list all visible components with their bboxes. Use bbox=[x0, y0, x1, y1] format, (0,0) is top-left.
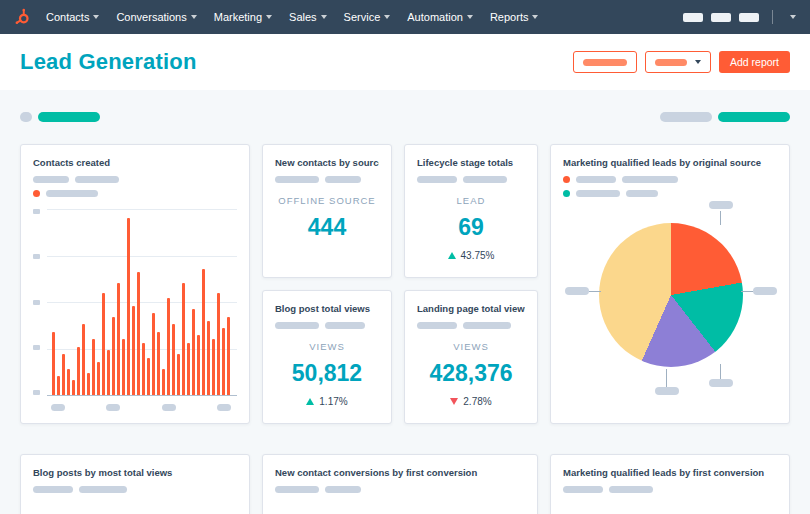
card-contacts-created: Contacts created bbox=[20, 144, 250, 424]
add-report-button[interactable]: Add report bbox=[719, 51, 790, 73]
card-new-contact-conversions-by-first-conversion: New contact conversions by first convers… bbox=[262, 454, 538, 514]
dashboard-action-button[interactable] bbox=[573, 51, 637, 73]
nav-divider bbox=[772, 10, 773, 24]
callout-label-placeholder bbox=[655, 387, 679, 395]
y-tick-placeholder bbox=[33, 254, 40, 259]
card-landing-page-total-views: Landing page total views VIEWS 428,376 2… bbox=[404, 290, 538, 424]
delta-arrow-icon bbox=[450, 398, 458, 405]
nav-tool-placeholder[interactable] bbox=[683, 13, 703, 22]
nav-tool-placeholder[interactable] bbox=[739, 13, 759, 22]
nav-item-sales[interactable]: Sales bbox=[289, 11, 327, 23]
nav-item-contacts[interactable]: Contacts bbox=[46, 11, 99, 23]
bar bbox=[92, 339, 95, 395]
dashboard-filter-row bbox=[0, 112, 810, 122]
card-title: New contacts by source bbox=[275, 157, 379, 169]
page-header: Lead Generation Add report bbox=[0, 34, 810, 90]
delta-value: 1.17% bbox=[319, 396, 347, 407]
y-tick-placeholder bbox=[33, 390, 40, 395]
chevron-down-icon bbox=[695, 60, 701, 64]
card-title: Blog posts by most total views bbox=[33, 467, 237, 479]
x-tick-placeholder bbox=[106, 404, 120, 411]
legend-placeholder bbox=[417, 176, 457, 183]
date-range-filter[interactable] bbox=[660, 112, 790, 122]
metric-delta: 2.78% bbox=[417, 396, 525, 407]
card-title: New contact conversions by first convers… bbox=[275, 467, 525, 479]
chart-legend bbox=[417, 322, 525, 329]
metric-label: LEAD bbox=[417, 195, 525, 206]
nav-tool-placeholder[interactable] bbox=[711, 13, 731, 22]
chart-legend bbox=[275, 176, 379, 183]
dashboard-name-filter[interactable] bbox=[20, 112, 100, 122]
chart-legend bbox=[33, 176, 237, 183]
nav-item-automation[interactable]: Automation bbox=[407, 11, 473, 23]
bar bbox=[87, 373, 90, 395]
nav-item-marketing[interactable]: Marketing bbox=[214, 11, 272, 23]
x-axis-labels bbox=[33, 396, 237, 411]
chevron-down-icon bbox=[266, 15, 272, 19]
page-title: Lead Generation bbox=[20, 49, 197, 75]
bar-chart bbox=[47, 209, 237, 396]
card-lifecycle-stage-totals: Lifecycle stage totals LEAD 69 43.75% bbox=[404, 144, 538, 278]
nav-item-label: Service bbox=[344, 11, 381, 23]
bar bbox=[222, 328, 225, 395]
bar bbox=[132, 306, 135, 395]
nav-item-label: Automation bbox=[407, 11, 463, 23]
legend-placeholder bbox=[75, 176, 119, 183]
legend-placeholder bbox=[79, 486, 127, 493]
legend-placeholder bbox=[33, 486, 73, 493]
x-tick-placeholder bbox=[217, 404, 231, 411]
nav-item-label: Sales bbox=[289, 11, 317, 23]
hubspot-sprocket-icon bbox=[14, 8, 32, 26]
nav-right-tools bbox=[683, 10, 796, 24]
filter-placeholder bbox=[660, 112, 712, 122]
metric-body: VIEWS 50,812 1.17% bbox=[275, 341, 379, 407]
legend-placeholder bbox=[626, 190, 658, 197]
bar bbox=[97, 362, 100, 395]
legend-dot-orange bbox=[33, 190, 40, 197]
filter-placeholder-teal bbox=[718, 112, 790, 122]
bar bbox=[177, 354, 180, 395]
nav-item-conversations[interactable]: Conversations bbox=[116, 11, 196, 23]
card-title: Marketing qualified leads by original so… bbox=[563, 157, 777, 169]
bar-chart-wrap bbox=[33, 209, 237, 396]
bar bbox=[72, 380, 75, 395]
callout-label-placeholder bbox=[565, 287, 589, 295]
hubspot-logo-icon[interactable] bbox=[14, 8, 32, 26]
card-title: Blog post total views bbox=[275, 303, 379, 315]
top-nav: Contacts Conversations Marketing Sales S… bbox=[0, 0, 810, 34]
bar bbox=[142, 343, 145, 395]
legend-placeholder bbox=[576, 190, 620, 197]
chevron-down-icon bbox=[532, 15, 538, 19]
header-actions: Add report bbox=[573, 51, 790, 73]
nav-item-service[interactable]: Service bbox=[344, 11, 391, 23]
bar-chart-bars bbox=[52, 209, 232, 395]
card-title: Landing page total views bbox=[417, 303, 525, 315]
nav-item-label: Conversations bbox=[116, 11, 186, 23]
dashboard-grid: Contacts created bbox=[0, 144, 810, 514]
y-tick-placeholder bbox=[33, 345, 40, 350]
metric-label: VIEWS bbox=[417, 341, 525, 352]
bar bbox=[57, 376, 60, 395]
legend-placeholder bbox=[417, 322, 457, 329]
callout-line bbox=[720, 364, 721, 379]
bar bbox=[207, 321, 210, 395]
legend-placeholder bbox=[275, 486, 319, 493]
legend-placeholder bbox=[325, 322, 365, 329]
callout-label-placeholder bbox=[709, 379, 733, 387]
bar bbox=[112, 317, 115, 395]
callout-line bbox=[741, 291, 753, 292]
metric-label: VIEWS bbox=[275, 341, 379, 352]
chart-legend bbox=[563, 176, 777, 183]
legend-placeholder bbox=[609, 486, 653, 493]
dashboard-dropdown-button[interactable] bbox=[645, 51, 711, 73]
delta-value: 43.75% bbox=[461, 250, 495, 261]
metric-delta: 1.17% bbox=[275, 396, 379, 407]
chevron-down-icon bbox=[93, 15, 99, 19]
account-chevron-down-icon[interactable] bbox=[790, 15, 796, 19]
bar bbox=[152, 313, 155, 395]
nav-item-reports[interactable]: Reports bbox=[490, 11, 539, 23]
chart-legend bbox=[33, 486, 237, 493]
metric-body: OFFLINE SOURCE 444 bbox=[275, 195, 379, 241]
legend-placeholder bbox=[463, 176, 507, 183]
chevron-down-icon bbox=[321, 15, 327, 19]
